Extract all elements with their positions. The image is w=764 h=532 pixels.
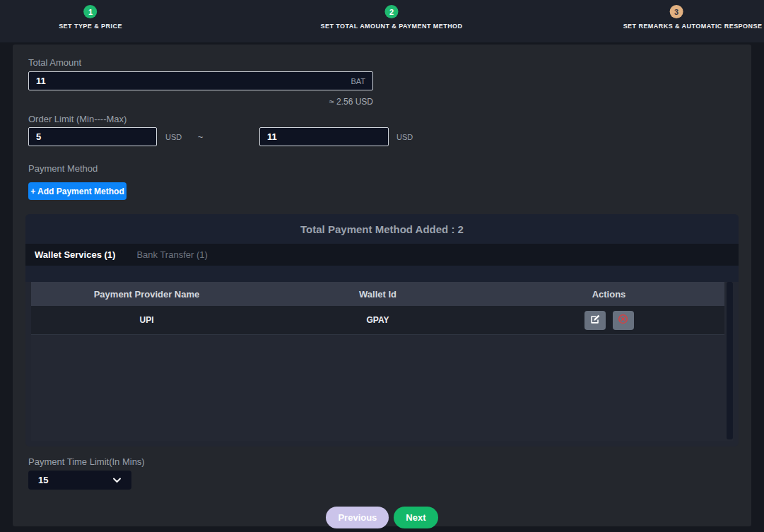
tab-wallet-services[interactable]: Wallet Services (1) bbox=[35, 249, 115, 260]
payment-time-limit-value: 15 bbox=[38, 475, 112, 485]
table-header-row: Payment Provider Name Wallet Id Actions bbox=[31, 282, 724, 306]
step-3-badge: 3 bbox=[670, 5, 683, 18]
delete-circle-icon bbox=[618, 314, 628, 326]
payment-method-label: Payment Method bbox=[28, 163, 751, 174]
table-content: Payment Provider Name Wallet Id Actions … bbox=[31, 282, 724, 335]
form-card: Total Amount BAT ≈ 2.56 USD Order Limit … bbox=[13, 45, 751, 526]
order-limit-max-unit: USD bbox=[396, 133, 413, 141]
tab-bank-transfer[interactable]: Bank Transfer (1) bbox=[136, 249, 207, 260]
total-amount-field: BAT bbox=[28, 71, 373, 90]
next-button[interactable]: Next bbox=[394, 507, 437, 528]
add-payment-method-button[interactable]: + Add Payment Method bbox=[28, 182, 127, 200]
total-amount-unit: BAT bbox=[351, 77, 365, 85]
step-3-label: SET REMARKS & AUTOMATIC RESPONSE bbox=[623, 23, 763, 30]
order-limit-min-input[interactable] bbox=[36, 131, 160, 142]
step-1-label: SET TYPE & PRICE bbox=[59, 23, 122, 30]
stepper-bar: 1 SET TYPE & PRICE 2 SET TOTAL AMOUNT & … bbox=[0, 0, 764, 42]
col-provider-name: Payment Provider Name bbox=[31, 289, 262, 300]
total-amount-input[interactable] bbox=[36, 76, 345, 86]
order-limit-min-field: USD bbox=[28, 127, 157, 146]
total-amount-label: Total Amount bbox=[28, 57, 751, 68]
order-limit-max-field: USD bbox=[259, 127, 389, 146]
step-set-type-price: 1 SET TYPE & PRICE bbox=[59, 5, 122, 30]
cell-provider-name: UPI bbox=[31, 315, 262, 325]
panel-title: Total Payment Method Added : 2 bbox=[25, 214, 739, 244]
payment-time-limit-label: Payment Time Limit(In Mins) bbox=[28, 456, 751, 467]
chevron-down-icon bbox=[112, 474, 122, 487]
col-actions: Actions bbox=[493, 289, 724, 300]
cell-actions bbox=[493, 311, 724, 330]
previous-button[interactable]: Previous bbox=[326, 507, 389, 528]
order-limit-label: Order Limit (Min----Max) bbox=[28, 114, 751, 124]
step-1-badge: 1 bbox=[84, 5, 98, 18]
step-set-total-amount: 2 SET TOTAL AMOUNT & PAYMENT METHOD bbox=[320, 5, 462, 30]
table-scrollbar[interactable] bbox=[727, 282, 733, 439]
payment-time-limit-select[interactable]: 15 bbox=[28, 471, 131, 490]
col-wallet-id: Wallet Id bbox=[262, 289, 493, 300]
order-limit-max-input[interactable] bbox=[267, 131, 391, 142]
cell-wallet-id: GPAY bbox=[262, 315, 493, 325]
step-2-badge: 2 bbox=[385, 5, 399, 18]
order-limit-row: USD ~ USD bbox=[13, 127, 751, 146]
payment-methods-table: Payment Provider Name Wallet Id Actions … bbox=[31, 282, 733, 441]
panel-tabs: Wallet Services (1) Bank Transfer (1) bbox=[25, 244, 739, 266]
table-row: UPI GPAY bbox=[31, 306, 724, 335]
step-2-label: SET TOTAL AMOUNT & PAYMENT METHOD bbox=[320, 23, 462, 30]
step-set-remarks: 3 SET REMARKS & AUTOMATIC RESPONSE bbox=[607, 5, 746, 30]
payment-methods-panel: Total Payment Method Added : 2 Wallet Se… bbox=[25, 214, 739, 447]
edit-payment-method-button[interactable] bbox=[584, 311, 606, 330]
panel-spacer bbox=[25, 266, 739, 282]
footer-actions: Previous Next bbox=[13, 507, 751, 528]
edit-icon bbox=[590, 314, 600, 326]
delete-payment-method-button[interactable] bbox=[613, 311, 634, 330]
approx-usd-value: ≈ 2.56 USD bbox=[28, 97, 373, 107]
order-limit-separator: ~ bbox=[157, 131, 244, 142]
